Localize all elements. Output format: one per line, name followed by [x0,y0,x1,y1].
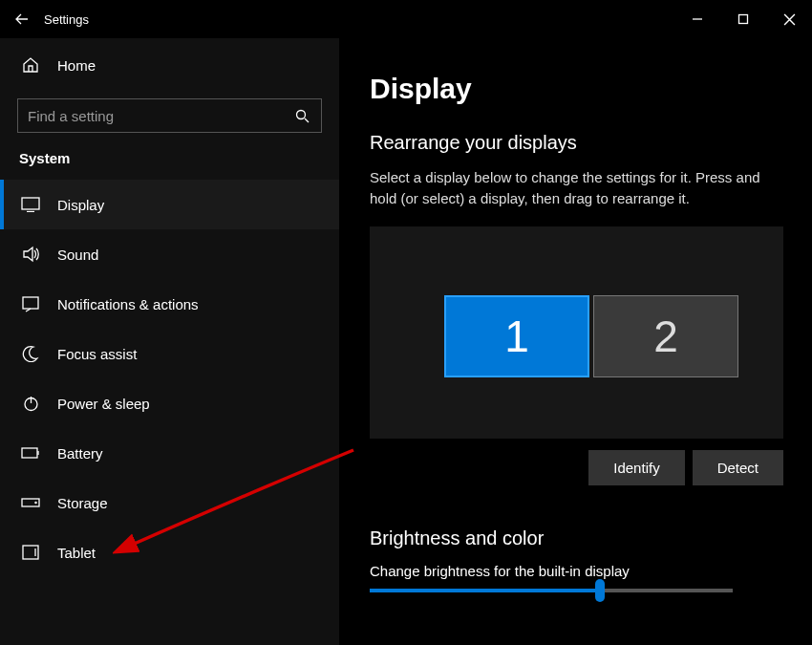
rearrange-title: Rearrange your displays [370,132,783,154]
svg-rect-3 [23,297,38,309]
monitor-number: 2 [653,311,678,362]
sidebar-item-tablet[interactable]: Tablet [0,527,339,577]
svg-rect-2 [22,198,39,209]
nav-label: Sound [57,247,98,263]
nav-label: Display [57,197,104,213]
monitor-1[interactable]: 1 [444,295,589,377]
home-icon [21,55,40,75]
brightness-section-title: Brightness and color [370,527,783,549]
sidebar-item-focus-assist[interactable]: Focus assist [0,329,339,378]
slider-thumb[interactable] [595,579,605,602]
brightness-slider[interactable] [370,589,733,592]
nav-label: Battery [57,445,103,462]
window-title: Settings [44,12,674,27]
sidebar-item-power-sleep[interactable]: Power & sleep [0,378,339,428]
power-icon [21,394,40,413]
close-button[interactable] [766,0,812,38]
rearrange-desc: Select a display below to change the set… [370,167,783,209]
sidebar-category: System [0,150,339,166]
content-pane: Display Rearrange your displays Select a… [339,38,812,645]
sidebar-item-sound[interactable]: Sound [0,229,339,279]
sidebar-home[interactable]: Home [0,43,339,87]
nav-label: Notifications & actions [57,296,199,312]
nav-label: Focus assist [57,346,137,362]
battery-icon [21,443,40,462]
notifications-icon [21,294,40,313]
nav-label: Tablet [57,545,96,561]
brightness-label: Change brightness for the built-in displ… [370,563,783,579]
slider-fill [370,589,595,592]
focus-assist-icon [21,344,40,363]
sidebar-item-notifications[interactable]: Notifications & actions [0,279,339,329]
nav-label: Storage [57,495,108,511]
svg-rect-0 [739,15,748,24]
sidebar-item-battery[interactable]: Battery [0,428,339,478]
display-arrangement-canvas[interactable]: 1 2 [370,226,783,439]
search-placeholder: Find a setting [28,108,114,124]
back-button[interactable] [0,0,44,38]
sound-icon [21,245,40,264]
page-title: Display [370,73,783,105]
tablet-icon [21,543,40,562]
search-icon [292,106,311,125]
sidebar-item-display[interactable]: Display [0,180,339,229]
monitor-number: 1 [504,311,529,362]
search-input[interactable]: Find a setting [17,98,322,133]
nav-label: Power & sleep [57,396,150,412]
svg-point-7 [35,502,36,503]
maximize-button[interactable] [720,0,766,38]
sidebar-item-storage[interactable]: Storage [0,478,339,527]
minimize-button[interactable] [674,0,720,38]
display-icon [21,195,40,214]
home-label: Home [57,57,96,74]
sidebar: Home Find a setting System Display Sound [0,38,339,645]
monitor-2[interactable]: 2 [593,295,738,377]
storage-icon [21,493,40,512]
svg-point-1 [296,110,305,118]
detect-button[interactable]: Detect [693,450,783,485]
identify-button[interactable]: Identify [588,450,684,485]
svg-rect-5 [22,448,37,458]
